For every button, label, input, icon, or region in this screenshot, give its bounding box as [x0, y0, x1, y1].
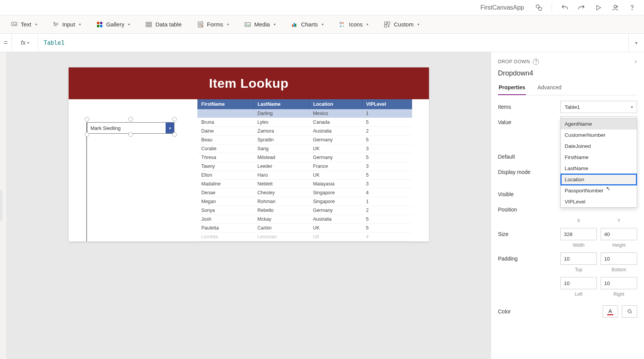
- formula-input[interactable]: Table1: [38, 34, 629, 52]
- value-dropdown-menu: ↖ AgentNameCustomerNumberDateJoinedFirst…: [560, 118, 637, 208]
- ribbon-charts[interactable]: Charts▾: [291, 21, 324, 28]
- width-input[interactable]: 328: [560, 228, 597, 240]
- tab-advanced[interactable]: Advanced: [537, 82, 562, 95]
- column-header[interactable]: LastName: [254, 99, 309, 109]
- divider: [552, 3, 552, 12]
- dropdown-control-wrapper: Mark Siedling ▾: [87, 122, 174, 241]
- table-row[interactable]: DarlingMexico1: [197, 109, 412, 118]
- table-row[interactable]: MeganRohmanSingapore1: [197, 197, 412, 206]
- svg-point-19: [340, 22, 342, 24]
- panel-tabs: Properties Advanced: [498, 82, 637, 95]
- items-dropdown[interactable]: Table1▾: [560, 101, 637, 113]
- ribbon-datatable[interactable]: Data table: [145, 21, 181, 28]
- ribbon-gallery[interactable]: Gallery▾: [96, 21, 130, 28]
- ribbon-media[interactable]: Media▾: [244, 21, 276, 28]
- chevron-down-icon: ▾: [274, 22, 276, 26]
- resize-handle[interactable]: [128, 132, 133, 137]
- dropdown-value: Mark Siedling: [87, 125, 166, 131]
- dropdown-option[interactable]: FirstName: [561, 152, 637, 163]
- font-color-button[interactable]: A: [603, 305, 618, 318]
- help-icon[interactable]: [628, 3, 636, 12]
- table-row[interactable]: EltonHaroUK5: [197, 171, 412, 180]
- dropdown-option[interactable]: VIPLevel: [561, 196, 637, 207]
- expand-formula-icon[interactable]: ▾: [629, 40, 644, 46]
- dropdown-option[interactable]: DateJoined: [561, 141, 637, 152]
- table-row[interactable]: BeauSpratlinGermany5: [197, 136, 412, 144]
- resize-handle[interactable]: [172, 117, 177, 121]
- fx-button[interactable]: fx▾: [12, 34, 38, 52]
- play-icon[interactable]: [594, 3, 603, 12]
- prop-value-label: Value: [498, 119, 560, 125]
- column-header[interactable]: FirstName: [197, 99, 254, 109]
- undo-icon[interactable]: [560, 3, 569, 12]
- resize-handle[interactable]: [172, 132, 177, 137]
- ribbon-text-label: Text: [21, 21, 31, 28]
- svg-point-3: [614, 5, 617, 8]
- table-icon: [145, 21, 152, 28]
- table-row[interactable]: PaulettaCarbinUK5: [197, 224, 412, 233]
- dropdown-option[interactable]: LastName: [561, 163, 637, 174]
- properties-panel: DROP DOWN? › Dropdown4 Properties Advanc…: [491, 52, 644, 359]
- health-icon[interactable]: [535, 3, 543, 12]
- panel-handle[interactable]: [0, 190, 2, 221]
- title-bar: FirstCanvasApp: [0, 0, 644, 15]
- prop-padding-label: Padding: [498, 256, 560, 262]
- svg-point-4: [632, 9, 632, 10]
- table-row[interactable]: DenaeChesleySingapore4: [197, 189, 412, 197]
- resize-handle[interactable]: [128, 117, 133, 121]
- y-label: Y: [601, 218, 637, 223]
- padding-right-input[interactable]: 10: [601, 277, 637, 289]
- banner-title: Item Lookup: [69, 67, 429, 99]
- selection-indicator: [86, 122, 87, 241]
- custom-icon: [384, 21, 391, 28]
- charts-icon: [291, 21, 298, 28]
- ribbon-datatable-label: Data table: [155, 21, 181, 28]
- svg-marker-2: [597, 5, 601, 10]
- right-label: Right: [601, 292, 637, 297]
- redo-icon[interactable]: [577, 3, 586, 12]
- ribbon-icons[interactable]: Icons▾: [339, 21, 368, 28]
- table-row[interactable]: ThresaMilsteadGermany5: [197, 153, 412, 162]
- fill-color-button[interactable]: [622, 305, 637, 318]
- padding-top-input[interactable]: 10: [560, 252, 597, 265]
- column-header[interactable]: VIPLevel: [362, 99, 412, 109]
- app-name: FirstCanvasApp: [480, 4, 524, 11]
- dropdown-option[interactable]: CustomerNumber: [561, 130, 637, 141]
- table-row[interactable]: DaineZamoraAustralia2: [197, 127, 412, 136]
- table-row[interactable]: SonyaRebelloGermany2: [197, 206, 412, 215]
- ribbon-charts-label: Charts: [301, 21, 318, 28]
- ribbon-forms[interactable]: Forms▾: [197, 21, 229, 28]
- help-icon[interactable]: ?: [533, 59, 539, 65]
- dropdown-option[interactable]: PassportNumber: [561, 185, 637, 196]
- table-row[interactable]: JoshMckayAustralia5: [197, 215, 412, 224]
- svg-rect-17: [294, 23, 295, 27]
- ribbon-input[interactable]: Input▾: [53, 21, 81, 28]
- table-row[interactable]: CoralieSangUK3: [197, 144, 412, 153]
- table-row[interactable]: BrunaLylesCanada5: [197, 118, 412, 127]
- chevron-down-icon: ▾: [417, 22, 419, 26]
- share-icon[interactable]: [611, 3, 619, 12]
- icons-icon: [339, 21, 346, 28]
- padding-bottom-input[interactable]: 10: [601, 252, 637, 265]
- column-header[interactable]: Location: [309, 99, 362, 109]
- control-name: Dropdown4: [498, 69, 637, 77]
- tab-properties[interactable]: Properties: [498, 82, 526, 95]
- resize-handle[interactable]: [85, 117, 89, 121]
- resize-handle[interactable]: [85, 132, 89, 137]
- data-table: FirstNameLastNameLocationVIPLevel Darlin…: [197, 99, 412, 241]
- chevron-right-icon[interactable]: ›: [635, 57, 637, 66]
- formula-bar: = fx▾ Table1 ▾: [0, 34, 644, 52]
- canvas-body: Mark Siedling ▾ FirstNameLastNameLocatio…: [69, 99, 429, 241]
- dropdown-option[interactable]: AgentName: [561, 118, 637, 130]
- table-row[interactable]: MadalineNeblettMalayasia3: [197, 180, 412, 189]
- table-row[interactable]: LorrettaLessmanUK4: [197, 233, 412, 241]
- height-input[interactable]: 40: [601, 228, 637, 240]
- table-row[interactable]: TawnyLeederFrance3: [197, 162, 412, 171]
- dropdown-option[interactable]: Location: [561, 174, 637, 185]
- ribbon-custom-label: Custom: [394, 21, 414, 28]
- ribbon-custom[interactable]: Custom▾: [384, 21, 419, 28]
- svg-rect-21: [388, 22, 390, 24]
- padding-left-input[interactable]: 10: [560, 277, 597, 289]
- ribbon-text[interactable]: AbcText▾: [11, 21, 37, 28]
- prop-items-label: Items: [498, 104, 560, 110]
